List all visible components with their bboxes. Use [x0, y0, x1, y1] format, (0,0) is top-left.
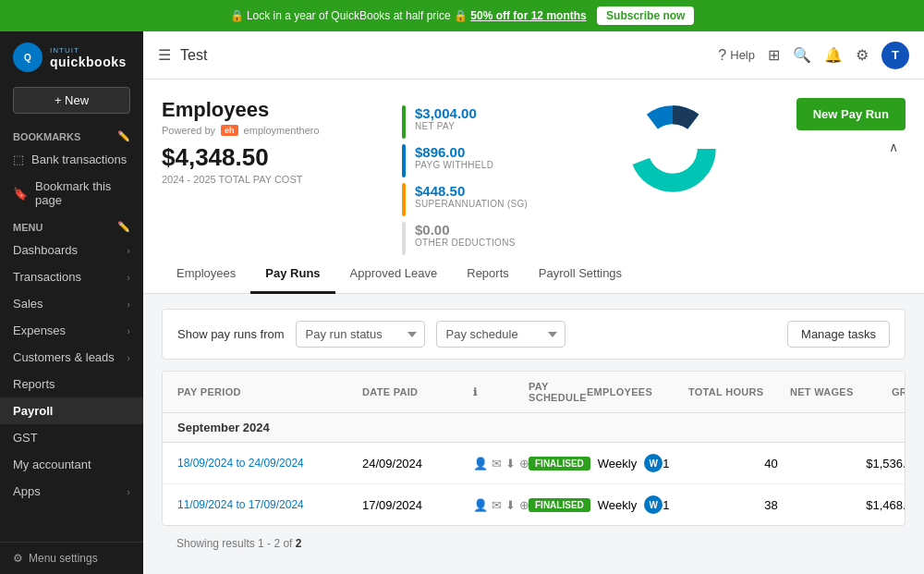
showing-text: Showing results 1 - 2 of: [176, 537, 296, 550]
tab-reports[interactable]: Reports: [452, 255, 524, 294]
stat-payg: $896.00 PAYG WITHHELD: [402, 144, 528, 177]
emp-hero-name: employmenthero: [244, 125, 320, 136]
schedule-name-2: Weekly: [598, 498, 637, 512]
tab-payroll-settings[interactable]: Payroll Settings: [524, 255, 637, 294]
row-action-download-icon[interactable]: ⬇: [505, 457, 516, 470]
showing-results: Showing results 1 - 2 of 2: [162, 526, 906, 550]
bookmarks-label: BOOKMARKS: [13, 131, 80, 142]
content-area: Employees Powered by eh employmenthero $…: [143, 79, 924, 574]
row-actions-2: 👤 ✉ ⬇ ⊕: [473, 498, 529, 512]
notifications-button[interactable]: 🔔: [824, 46, 843, 64]
collapse-button[interactable]: ∧: [881, 136, 906, 158]
search-button[interactable]: 🔍: [793, 46, 811, 64]
manage-tasks-button[interactable]: Manage tasks: [787, 321, 890, 348]
sidebar-item-bookmark[interactable]: 🔖 Bookmark this page: [0, 173, 143, 214]
topnav-title: Test: [180, 47, 709, 64]
sidebar-item-gst[interactable]: GST: [0, 424, 143, 451]
col-gross-wages: GROSS WAGES: [892, 386, 906, 397]
table-group-header: September 2024: [163, 413, 905, 443]
svg-text:Q: Q: [24, 53, 31, 63]
avatar-letter: T: [892, 48, 899, 62]
pay-run-status-select[interactable]: Pay run status: [296, 321, 425, 348]
stats-list: $3,004.00 NET PAY $896.00 PAYG WI: [402, 105, 528, 255]
sidebar-item-customers[interactable]: Customers & leads ›: [0, 344, 143, 371]
sidebar-item-bank-transactions[interactable]: ⬚ Bank transactions: [0, 146, 143, 173]
stat-net-pay-content: $3,004.00 NET PAY: [415, 105, 477, 131]
help-button[interactable]: ? Help: [718, 47, 755, 64]
weekly-letter-1: W: [649, 458, 657, 469]
sidebar-gst-label: GST: [13, 431, 38, 445]
bell-icon: 🔔: [824, 46, 843, 64]
search-icon: 🔍: [793, 46, 811, 64]
pay-period-link-1[interactable]: 18/09/2024 to 24/09/2024: [177, 457, 362, 470]
row-action-person-icon[interactable]: 👤: [473, 457, 488, 470]
net-pay-label: NET PAY: [415, 121, 477, 131]
sidebar-item-transactions[interactable]: Transactions ›: [0, 263, 143, 290]
banner-link[interactable]: 50% off for 12 months: [470, 9, 586, 22]
sidebar: Q intuit quickbooks + New BOOKMARKS ✏️ ⬚…: [0, 31, 143, 574]
net-pay-amount: $3,004.00: [415, 105, 477, 121]
payroll-header: Employees Powered by eh employmenthero $…: [143, 79, 924, 255]
menu-settings-item[interactable]: ⚙ Menu settings: [0, 542, 143, 574]
col-net-wages: NET WAGES: [790, 386, 892, 397]
bookmarks-edit-icon: ✏️: [117, 130, 130, 142]
employees-count-2: 1: [663, 498, 764, 512]
payg-amount: $896.00: [415, 144, 493, 160]
subscribe-button[interactable]: Subscribe now: [597, 6, 694, 25]
filter-label: Show pay runs from: [177, 327, 285, 341]
bookmarks-section-header[interactable]: BOOKMARKS ✏️: [0, 123, 143, 146]
tab-employees[interactable]: Employees: [162, 255, 250, 294]
new-pay-run-button[interactable]: New Pay Run: [796, 98, 906, 130]
pay-runs-table: PAY PERIOD DATE PAID ℹ PAY SCHEDULE EMPL…: [162, 371, 906, 526]
net-wages-1: $1,536.00: [866, 457, 906, 470]
menu-toggle-button[interactable]: ☰: [158, 46, 171, 64]
topnav-actions: ? Help ⊞ 🔍 🔔 ⚙ T: [718, 42, 909, 69]
row-action-mail-icon[interactable]: ✉: [492, 498, 502, 512]
deductions-bar: [402, 222, 406, 255]
net-wages-2: $1,468.00: [866, 498, 906, 512]
payg-label: PAYG WITHHELD: [415, 160, 493, 170]
sidebar-item-my-accountant[interactable]: My accountant: [0, 451, 143, 478]
logo-icon: Q: [13, 43, 43, 72]
sidebar-item-sales[interactable]: Sales ›: [0, 290, 143, 317]
col-employees: EMPLOYEES: [587, 386, 688, 397]
stat-super-content: $448.50 SUPERANNUATION (SG): [415, 183, 528, 209]
user-avatar-button[interactable]: T: [881, 42, 909, 69]
apps-grid-button[interactable]: ⊞: [768, 46, 780, 64]
pay-period-link-2[interactable]: 11/09/2024 to 17/09/2024: [177, 498, 362, 511]
sidebar-apps-label: Apps: [13, 484, 41, 498]
col-pay-schedule: PAY SCHEDULE: [529, 381, 587, 403]
stat-payg-content: $896.00 PAYG WITHHELD: [415, 144, 493, 170]
col-pay-period: PAY PERIOD: [177, 386, 362, 397]
sidebar-item-apps[interactable]: Apps ›: [0, 478, 143, 505]
pay-schedule-select[interactable]: Pay schedule: [436, 321, 565, 348]
sidebar-logo: Q intuit quickbooks: [0, 31, 143, 83]
date-paid-2: 17/09/2024: [362, 498, 473, 512]
header-content: Employees Powered by eh employmenthero $…: [162, 98, 782, 255]
weekly-letter-2: W: [649, 500, 657, 510]
finalised-badge-2: FINALISED: [529, 498, 590, 512]
stat-deductions-content: $0.00 OTHER DEDUCTIONS: [415, 222, 516, 248]
sidebar-item-dashboards[interactable]: Dashboards ›: [0, 237, 143, 263]
new-button[interactable]: + New: [13, 87, 130, 114]
row-action-mail-icon[interactable]: ✉: [492, 457, 502, 470]
sidebar-item-payroll[interactable]: Payroll: [0, 397, 143, 424]
row-action-download-icon[interactable]: ⬇: [505, 498, 516, 512]
powered-by: Powered by eh employmenthero: [162, 125, 365, 136]
bank-icon: ⬚: [13, 153, 24, 166]
tab-approved-leave[interactable]: Approved Leave: [335, 255, 453, 294]
chevron-right-icon: ›: [127, 272, 130, 283]
sidebar-accountant-label: My accountant: [13, 458, 91, 471]
sidebar-payroll-label: Payroll: [13, 404, 53, 418]
col-date-paid: DATE PAID: [362, 386, 473, 397]
sidebar-item-expenses[interactable]: Expenses ›: [0, 317, 143, 344]
tab-pay-runs[interactable]: Pay Runs: [250, 255, 334, 294]
header-right-actions: New Pay Run ∧: [782, 98, 906, 158]
sidebar-item-reports[interactable]: Reports: [0, 371, 143, 397]
settings-button[interactable]: ⚙: [856, 46, 869, 64]
menu-section-header[interactable]: MENU ✏️: [0, 214, 143, 237]
date-paid-1: 24/09/2024: [362, 457, 473, 470]
chevron-right-icon: ›: [127, 299, 130, 310]
row-action-person-icon[interactable]: 👤: [473, 498, 488, 512]
header-top-row: Employees Powered by eh employmenthero $…: [162, 98, 906, 255]
